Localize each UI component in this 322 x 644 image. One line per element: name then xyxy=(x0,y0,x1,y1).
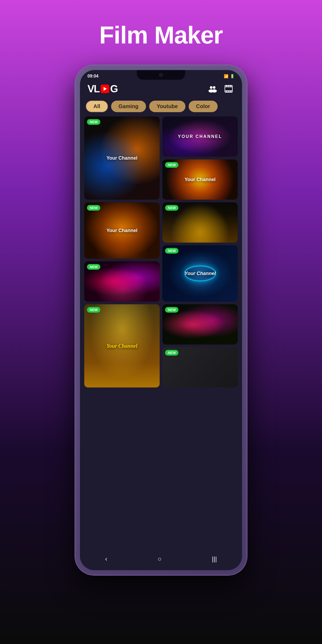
svg-point-3 xyxy=(212,89,217,93)
card-7-badge: NEW xyxy=(87,264,100,270)
svg-point-0 xyxy=(210,86,213,89)
template-card-6[interactable]: NEW xyxy=(162,202,238,243)
card-5-text: Your Channel xyxy=(184,271,215,276)
logo-og: G xyxy=(110,83,118,95)
card-4-text: Your Channel xyxy=(185,177,216,182)
battery-icon: 🔋 xyxy=(230,74,235,78)
page-title: Film Maker xyxy=(99,21,223,49)
card-1-text: Your Channel xyxy=(107,155,138,161)
card-8-text: Your Channel xyxy=(107,343,137,349)
svg-rect-12 xyxy=(230,91,231,92)
status-time: 09:04 xyxy=(87,74,98,79)
card-9-badge: NEW xyxy=(165,307,178,313)
logo-play-button xyxy=(101,85,109,93)
template-card-8[interactable]: NEW Your Channel xyxy=(84,304,160,387)
users-icon xyxy=(208,85,217,93)
tab-gaming[interactable]: Gaming xyxy=(111,101,146,112)
bottom-nav: ‹ ○ ||| xyxy=(80,550,242,570)
svg-point-1 xyxy=(213,86,215,89)
svg-rect-9 xyxy=(230,86,231,87)
phone-screen: 09:04 📶 🔋 VL G xyxy=(80,70,242,570)
card-6-badge: NEW xyxy=(165,205,178,211)
template-card-7[interactable]: NEW xyxy=(84,261,160,302)
header-icons xyxy=(207,83,235,95)
menu-button[interactable]: ||| xyxy=(205,553,223,565)
template-card-3[interactable]: NEW Your Channel xyxy=(84,202,160,259)
template-grid: NEW Your Channel YOUR CHANNEL NEW Your C… xyxy=(80,116,242,550)
wifi-icon: 📶 xyxy=(224,74,228,78)
template-card-1[interactable]: NEW Your Channel xyxy=(84,116,160,200)
template-card-5[interactable]: NEW Your Channel xyxy=(162,245,238,302)
template-card-9[interactable]: NEW xyxy=(162,304,238,345)
phone-frame: 09:04 📶 🔋 VL G xyxy=(75,65,247,575)
card-3-badge: NEW xyxy=(87,205,100,211)
camera xyxy=(159,73,163,77)
svg-rect-11 xyxy=(228,91,229,92)
template-card-4[interactable]: NEW Your Channel xyxy=(162,159,238,200)
home-button[interactable]: ○ xyxy=(151,553,168,565)
film-strip-icon xyxy=(225,85,233,93)
svg-rect-7 xyxy=(226,86,227,87)
card-3-text: Your Channel xyxy=(107,228,138,233)
notch xyxy=(137,70,185,80)
card-2-text: YOUR CHANNEL xyxy=(178,134,222,139)
tab-all[interactable]: All xyxy=(86,101,108,112)
app-header: VL G xyxy=(80,80,242,98)
svg-rect-8 xyxy=(228,86,229,87)
template-card-2[interactable]: YOUR CHANNEL xyxy=(162,116,238,157)
tab-color[interactable]: Color xyxy=(189,101,218,112)
tab-youtube[interactable]: Youtube xyxy=(149,101,185,112)
card-1-badge: NEW xyxy=(87,119,100,125)
svg-rect-10 xyxy=(226,91,227,92)
logo-vl: VL xyxy=(87,83,100,95)
card-4-badge: NEW xyxy=(165,162,178,168)
film-strip-icon-button[interactable] xyxy=(223,83,235,95)
card-5-badge: NEW xyxy=(165,248,178,254)
app-logo: VL G xyxy=(87,83,118,95)
template-card-10[interactable]: NEW xyxy=(162,347,238,387)
card-8-badge: NEW xyxy=(87,307,100,313)
card-10-badge: NEW xyxy=(165,350,178,356)
users-icon-button[interactable] xyxy=(207,83,218,95)
status-right: 📶 🔋 xyxy=(224,74,235,78)
category-tabs: All Gaming Youtube Color xyxy=(80,98,242,116)
back-button[interactable]: ‹ xyxy=(99,553,114,565)
